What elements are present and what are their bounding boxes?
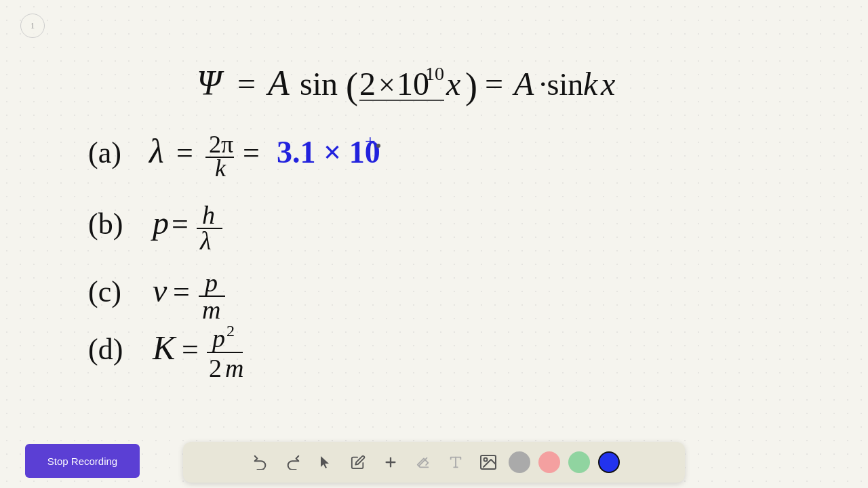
svg-text:=: =: [172, 207, 189, 241]
color-blue-button[interactable]: [598, 451, 620, 473]
svg-text:=: =: [237, 66, 256, 102]
svg-text:A: A: [266, 64, 290, 102]
stop-recording-button[interactable]: Stop Recording: [25, 444, 140, 478]
select-tool-button[interactable]: [311, 448, 340, 476]
redo-button[interactable]: [279, 448, 307, 476]
svg-text:m: m: [202, 296, 220, 324]
text-tool-button[interactable]: [441, 448, 470, 476]
drawing-toolbar: [183, 442, 685, 483]
add-button[interactable]: [376, 448, 405, 476]
color-green-button[interactable]: [568, 451, 590, 473]
svg-text:x: x: [600, 66, 615, 102]
svg-text:v: v: [153, 272, 167, 308]
svg-text:=: =: [485, 66, 503, 102]
svg-text:λ: λ: [148, 132, 164, 170]
svg-text:2: 2: [226, 322, 235, 340]
whiteboard-canvas: Ψ = A sin ( 2 × 10 10 x ) = A ·: [0, 0, 868, 434]
svg-text:=: =: [243, 136, 260, 169]
svg-text:=: =: [173, 275, 190, 308]
svg-text:(: (: [346, 66, 358, 106]
svg-text:λ: λ: [199, 226, 211, 255]
pen-tool-button[interactable]: [344, 448, 372, 476]
undo-button[interactable]: [246, 448, 275, 476]
eraser-button[interactable]: [409, 448, 437, 476]
svg-text:+: +: [365, 131, 376, 152]
svg-text:x: x: [446, 66, 460, 102]
svg-text:p: p: [210, 324, 225, 352]
svg-text:=: =: [176, 136, 193, 169]
color-pink-button[interactable]: [538, 451, 560, 473]
svg-point-26: [376, 144, 380, 148]
svg-text:p: p: [151, 205, 169, 241]
color-gray-button[interactable]: [509, 451, 530, 473]
svg-text:h: h: [202, 201, 215, 229]
svg-text:p: p: [203, 268, 218, 297]
svg-text:2: 2: [359, 66, 376, 102]
svg-text:(c): (c): [88, 275, 121, 308]
svg-text:k: k: [215, 155, 226, 182]
image-button[interactable]: [474, 448, 502, 476]
svg-text:k: k: [583, 66, 599, 102]
svg-text:Ψ: Ψ: [197, 64, 224, 102]
svg-text:A: A: [512, 66, 534, 102]
svg-text:×: ×: [378, 68, 395, 102]
svg-text:sin: sin: [300, 66, 338, 102]
svg-point-53: [484, 458, 488, 462]
svg-text:(a): (a): [88, 136, 121, 169]
svg-text:(d): (d): [88, 333, 123, 366]
svg-text:10: 10: [397, 66, 429, 102]
svg-text:·sin: ·sin: [539, 67, 583, 102]
svg-text:2: 2: [209, 354, 222, 382]
svg-text:2π: 2π: [209, 131, 233, 158]
svg-text:(b): (b): [88, 207, 123, 241]
svg-text:=: =: [182, 333, 199, 366]
svg-text:): ): [465, 66, 477, 106]
svg-text:K: K: [152, 329, 177, 367]
svg-text:m: m: [225, 354, 243, 382]
svg-text:10: 10: [425, 63, 444, 84]
